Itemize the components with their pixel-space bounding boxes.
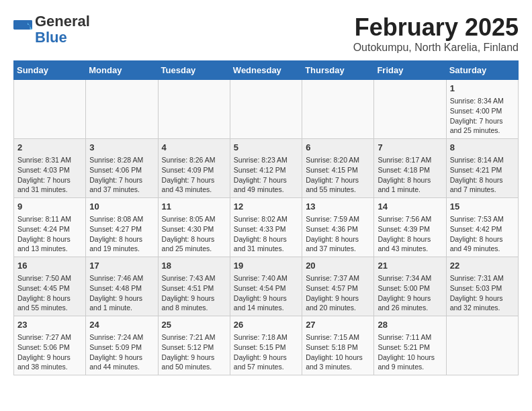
day-info-21: Sunrise: 7:34 AM Sunset: 5:00 PM Dayligh…	[378, 274, 431, 312]
day-number-4: 4	[162, 142, 226, 154]
day-info-1: Sunrise: 8:34 AM Sunset: 4:00 PM Dayligh…	[450, 97, 504, 134]
day-number-24: 24	[89, 319, 154, 331]
calendar-empty-cell	[86, 80, 158, 139]
day-number-19: 19	[234, 260, 298, 272]
weekday-header-sunday: Sunday	[14, 61, 86, 80]
calendar-day-3: 3Sunrise: 8:28 AM Sunset: 4:06 PM Daylig…	[86, 139, 158, 198]
day-info-24: Sunrise: 7:24 AM Sunset: 5:09 PM Dayligh…	[89, 333, 143, 371]
day-number-27: 27	[306, 319, 370, 331]
day-number-22: 22	[450, 260, 515, 272]
calendar-week-5: 23Sunrise: 7:27 AM Sunset: 5:06 PM Dayli…	[14, 316, 519, 375]
day-number-23: 23	[17, 319, 82, 331]
day-number-17: 17	[89, 260, 154, 272]
day-info-27: Sunrise: 7:15 AM Sunset: 5:18 PM Dayligh…	[306, 333, 363, 371]
calendar-day-19: 19Sunrise: 7:40 AM Sunset: 4:54 PM Dayli…	[230, 257, 302, 316]
day-info-28: Sunrise: 7:11 AM Sunset: 5:21 PM Dayligh…	[378, 333, 435, 371]
day-number-20: 20	[306, 260, 370, 272]
day-number-10: 10	[89, 201, 154, 213]
calendar-day-17: 17Sunrise: 7:46 AM Sunset: 4:48 PM Dayli…	[86, 257, 158, 316]
day-number-3: 3	[89, 142, 154, 154]
day-info-8: Sunrise: 8:14 AM Sunset: 4:21 PM Dayligh…	[450, 156, 504, 193]
day-number-28: 28	[378, 319, 442, 331]
day-number-21: 21	[378, 260, 442, 272]
calendar-day-4: 4Sunrise: 8:26 AM Sunset: 4:09 PM Daylig…	[158, 139, 230, 198]
calendar-day-12: 12Sunrise: 8:02 AM Sunset: 4:33 PM Dayli…	[230, 198, 302, 257]
weekday-header-tuesday: Tuesday	[158, 61, 230, 80]
day-number-5: 5	[234, 142, 298, 154]
day-number-7: 7	[378, 142, 442, 154]
day-info-15: Sunrise: 7:53 AM Sunset: 4:42 PM Dayligh…	[450, 215, 504, 253]
header: General Blue February 2025 Outokumpu, No…	[13, 13, 519, 54]
day-number-26: 26	[234, 319, 298, 331]
calendar-day-23: 23Sunrise: 7:27 AM Sunset: 5:06 PM Dayli…	[14, 316, 86, 375]
calendar-day-24: 24Sunrise: 7:24 AM Sunset: 5:09 PM Dayli…	[86, 316, 158, 375]
day-info-20: Sunrise: 7:37 AM Sunset: 4:57 PM Dayligh…	[306, 274, 359, 312]
day-info-3: Sunrise: 8:28 AM Sunset: 4:06 PM Dayligh…	[89, 156, 143, 193]
day-info-6: Sunrise: 8:20 AM Sunset: 4:15 PM Dayligh…	[306, 156, 359, 193]
day-info-16: Sunrise: 7:50 AM Sunset: 4:45 PM Dayligh…	[17, 274, 71, 312]
day-number-12: 12	[234, 201, 298, 213]
calendar-empty-cell	[302, 80, 374, 139]
calendar-day-10: 10Sunrise: 8:08 AM Sunset: 4:27 PM Dayli…	[86, 198, 158, 257]
svg-rect-1	[13, 30, 32, 39]
calendar-day-1: 1Sunrise: 8:34 AM Sunset: 4:00 PM Daylig…	[446, 80, 518, 139]
day-info-25: Sunrise: 7:21 AM Sunset: 5:12 PM Dayligh…	[162, 333, 216, 371]
calendar-empty-cell	[230, 80, 302, 139]
calendar-header: SundayMondayTuesdayWednesdayThursdayFrid…	[14, 61, 519, 80]
day-info-10: Sunrise: 8:08 AM Sunset: 4:27 PM Dayligh…	[89, 215, 143, 253]
day-info-19: Sunrise: 7:40 AM Sunset: 4:54 PM Dayligh…	[234, 274, 287, 312]
calendar-day-11: 11Sunrise: 8:05 AM Sunset: 4:30 PM Dayli…	[158, 198, 230, 257]
calendar-subtitle: Outokumpu, North Karelia, Finland	[353, 42, 519, 54]
calendar-day-27: 27Sunrise: 7:15 AM Sunset: 5:18 PM Dayli…	[302, 316, 374, 375]
weekday-header-row: SundayMondayTuesdayWednesdayThursdayFrid…	[14, 61, 519, 80]
day-info-2: Sunrise: 8:31 AM Sunset: 4:03 PM Dayligh…	[17, 156, 71, 193]
calendar-day-9: 9Sunrise: 8:11 AM Sunset: 4:24 PM Daylig…	[14, 198, 86, 257]
day-info-5: Sunrise: 8:23 AM Sunset: 4:12 PM Dayligh…	[234, 156, 287, 193]
calendar-day-15: 15Sunrise: 7:53 AM Sunset: 4:42 PM Dayli…	[446, 198, 518, 257]
title-area: February 2025 Outokumpu, North Karelia, …	[353, 13, 519, 54]
day-info-22: Sunrise: 7:31 AM Sunset: 5:03 PM Dayligh…	[450, 274, 504, 312]
calendar-empty-cell	[374, 80, 446, 139]
calendar-day-22: 22Sunrise: 7:31 AM Sunset: 5:03 PM Dayli…	[446, 257, 518, 316]
logo: General Blue	[13, 13, 90, 46]
calendar-empty-cell	[446, 316, 518, 375]
day-number-16: 16	[17, 260, 82, 272]
calendar-day-26: 26Sunrise: 7:18 AM Sunset: 5:15 PM Dayli…	[230, 316, 302, 375]
calendar-week-1: 1Sunrise: 8:34 AM Sunset: 4:00 PM Daylig…	[14, 80, 519, 139]
weekday-header-wednesday: Wednesday	[230, 61, 302, 80]
day-number-1: 1	[450, 83, 515, 95]
calendar-title: February 2025	[353, 13, 519, 42]
day-info-23: Sunrise: 7:27 AM Sunset: 5:06 PM Dayligh…	[17, 333, 71, 371]
day-info-18: Sunrise: 7:43 AM Sunset: 4:51 PM Dayligh…	[162, 274, 216, 312]
day-number-9: 9	[17, 201, 82, 213]
day-number-11: 11	[162, 201, 226, 213]
day-info-11: Sunrise: 8:05 AM Sunset: 4:30 PM Dayligh…	[162, 215, 216, 253]
day-info-7: Sunrise: 8:17 AM Sunset: 4:18 PM Dayligh…	[378, 156, 431, 193]
day-number-6: 6	[306, 142, 370, 154]
weekday-header-saturday: Saturday	[446, 61, 518, 80]
weekday-header-monday: Monday	[86, 61, 158, 80]
calendar-day-18: 18Sunrise: 7:43 AM Sunset: 4:51 PM Dayli…	[158, 257, 230, 316]
calendar-day-2: 2Sunrise: 8:31 AM Sunset: 4:03 PM Daylig…	[14, 139, 86, 198]
calendar-empty-cell	[158, 80, 230, 139]
day-number-14: 14	[378, 201, 442, 213]
day-info-12: Sunrise: 8:02 AM Sunset: 4:33 PM Dayligh…	[234, 215, 287, 253]
day-number-18: 18	[162, 260, 226, 272]
calendar-week-4: 16Sunrise: 7:50 AM Sunset: 4:45 PM Dayli…	[14, 257, 519, 316]
calendar-week-3: 9Sunrise: 8:11 AM Sunset: 4:24 PM Daylig…	[14, 198, 519, 257]
logo-blue-text: Blue	[35, 29, 67, 46]
calendar-day-14: 14Sunrise: 7:56 AM Sunset: 4:39 PM Dayli…	[374, 198, 446, 257]
logo-general-text: General	[35, 13, 90, 30]
day-number-13: 13	[306, 201, 370, 213]
day-number-25: 25	[162, 319, 226, 331]
weekday-header-friday: Friday	[374, 61, 446, 80]
day-number-2: 2	[17, 142, 82, 154]
day-info-4: Sunrise: 8:26 AM Sunset: 4:09 PM Dayligh…	[162, 156, 216, 193]
day-number-15: 15	[450, 201, 515, 213]
calendar-day-6: 6Sunrise: 8:20 AM Sunset: 4:15 PM Daylig…	[302, 139, 374, 198]
calendar-week-2: 2Sunrise: 8:31 AM Sunset: 4:03 PM Daylig…	[14, 139, 519, 198]
weekday-header-thursday: Thursday	[302, 61, 374, 80]
calendar-day-13: 13Sunrise: 7:59 AM Sunset: 4:36 PM Dayli…	[302, 198, 374, 257]
day-info-9: Sunrise: 8:11 AM Sunset: 4:24 PM Dayligh…	[17, 215, 71, 253]
calendar-day-21: 21Sunrise: 7:34 AM Sunset: 5:00 PM Dayli…	[374, 257, 446, 316]
